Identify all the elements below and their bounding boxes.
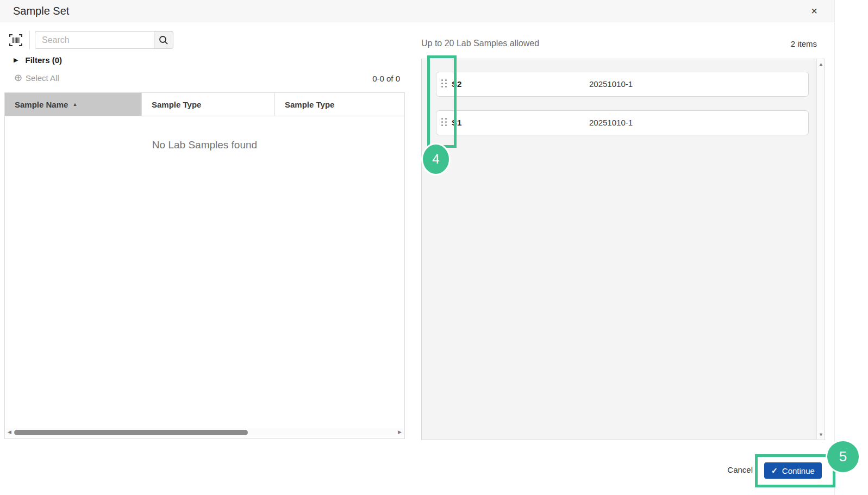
sample-card[interactable]: S2 20251010-1: [436, 72, 809, 97]
limit-label: Up to 20 Lab Samples allowed: [421, 39, 539, 48]
drag-handle-icon[interactable]: [441, 118, 447, 126]
page-title: Sample Set: [13, 0, 69, 22]
barcode-icon: [8, 32, 25, 48]
drag-handle-icon[interactable]: [441, 79, 447, 87]
column-header-sample-type-1[interactable]: Sample Type: [142, 93, 275, 116]
column-label: Sample Type: [285, 100, 334, 109]
search-icon: [154, 35, 173, 46]
cancel-button[interactable]: Cancel: [704, 465, 753, 474]
table-header-row: Sample Name ▲ Sample Type Sample Type: [5, 93, 404, 116]
filters-label: Filters (0): [25, 55, 62, 65]
select-all-button[interactable]: ⊕ Select All: [14, 72, 59, 83]
lab-samples-table: Sample Name ▲ Sample Type Sample Type No…: [4, 92, 405, 439]
sample-set-dialog: Sample Set ×: [0, 0, 835, 495]
sample-name-label: S1: [452, 118, 461, 127]
screen: Sample Set ×: [0, 0, 868, 495]
vertical-scrollbar[interactable]: ▲ ▼: [816, 59, 825, 440]
horizontal-scroll-thumb[interactable]: [14, 430, 248, 435]
annotation-number: 5: [839, 448, 847, 465]
items-count-label: 2 items: [750, 39, 817, 48]
plus-circle-icon: ⊕: [14, 72, 22, 83]
close-icon: ×: [811, 5, 817, 17]
check-icon: ✓: [771, 466, 778, 475]
sort-asc-icon: ▲: [72, 102, 77, 107]
continue-button[interactable]: ✓ Continue: [764, 462, 822, 479]
sample-set-label: 20251010-1: [589, 79, 633, 89]
barcode-scan-button[interactable]: [8, 32, 25, 49]
sample-name-label: S2: [452, 79, 461, 89]
scroll-right-icon[interactable]: ▶: [398, 429, 402, 435]
column-label: Sample Name: [15, 100, 68, 109]
column-header-sample-name[interactable]: Sample Name ▲: [5, 93, 142, 116]
chevron-right-icon: ▶: [14, 57, 18, 64]
close-button[interactable]: ×: [807, 4, 821, 18]
toolbar-divider: [29, 31, 30, 49]
scroll-down-icon[interactable]: ▼: [817, 432, 825, 437]
continue-label: Continue: [782, 466, 815, 475]
filters-expander[interactable]: ▶ Filters (0): [14, 55, 62, 65]
column-label: Sample Type: [152, 100, 201, 109]
result-range-label: 0-0 of 0: [326, 74, 400, 83]
sample-set-label: 20251010-1: [589, 118, 633, 127]
horizontal-scrollbar[interactable]: ◀ ▶: [5, 428, 404, 437]
column-header-sample-type-2[interactable]: Sample Type: [275, 93, 404, 116]
scroll-left-icon[interactable]: ◀: [8, 429, 11, 435]
search-button[interactable]: [154, 31, 173, 49]
scroll-up-icon[interactable]: ▲: [817, 61, 825, 67]
dialog-header: Sample Set ×: [0, 0, 834, 22]
empty-state-message: No Lab Samples found: [5, 139, 404, 151]
sample-card[interactable]: S1 20251010-1: [436, 110, 809, 135]
search-input[interactable]: [35, 31, 154, 49]
select-all-label: Select All: [26, 73, 59, 83]
